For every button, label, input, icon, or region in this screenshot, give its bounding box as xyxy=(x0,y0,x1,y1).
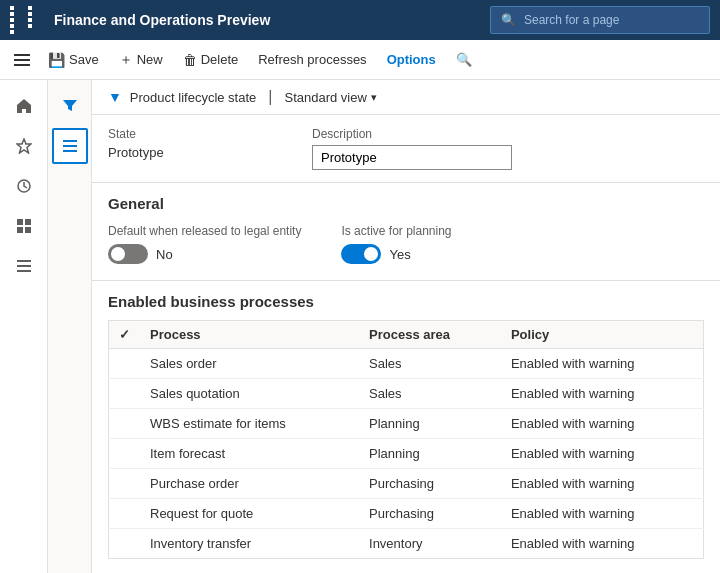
left-nav xyxy=(0,80,48,573)
row-area-5: Purchasing xyxy=(359,499,501,529)
row-check-1[interactable] xyxy=(109,379,141,409)
row-area-4: Purchasing xyxy=(359,469,501,499)
hamburger-menu[interactable] xyxy=(8,48,36,72)
row-check-2[interactable] xyxy=(109,409,141,439)
default-toggle-group: Default when released to legal entity No xyxy=(108,224,301,264)
col-check: ✓ xyxy=(109,321,141,349)
bp-title: Enabled business processes xyxy=(108,293,704,310)
row-policy-4: Enabled with warning xyxy=(501,469,704,499)
nav-star[interactable] xyxy=(6,128,42,164)
active-toggle-text: Yes xyxy=(389,247,410,262)
new-button[interactable]: ＋ New xyxy=(111,47,171,73)
table-header-row: ✓ Process Process area Policy xyxy=(109,321,704,349)
save-button[interactable]: 💾 Save xyxy=(40,48,107,72)
new-icon: ＋ xyxy=(119,51,133,69)
active-label: Is active for planning xyxy=(341,224,451,238)
svg-rect-11 xyxy=(63,150,77,152)
default-toggle-text: No xyxy=(156,247,173,262)
row-area-6: Inventory xyxy=(359,529,501,559)
refresh-button[interactable]: Refresh processes xyxy=(250,48,374,71)
row-policy-6: Enabled with warning xyxy=(501,529,704,559)
app-grid-icon[interactable] xyxy=(10,6,44,34)
breadcrumb-page: Product lifecycle state xyxy=(130,90,256,105)
form-fields: State Prototype Description xyxy=(92,115,720,183)
row-process-3: Item forecast xyxy=(140,439,359,469)
row-area-2: Planning xyxy=(359,409,501,439)
description-input[interactable] xyxy=(312,145,512,170)
global-search[interactable]: 🔍 Search for a page xyxy=(490,6,710,34)
nav-workspace[interactable] xyxy=(6,208,42,244)
state-label: State xyxy=(108,127,288,141)
state-field-group: State Prototype xyxy=(108,127,288,160)
breadcrumb-separator: | xyxy=(268,88,272,106)
general-title: General xyxy=(108,195,704,212)
row-policy-0: Enabled with warning xyxy=(501,349,704,379)
row-policy-1: Enabled with warning xyxy=(501,379,704,409)
nav-modules[interactable] xyxy=(6,248,42,284)
row-check-6[interactable] xyxy=(109,529,141,559)
state-value: Prototype xyxy=(108,145,288,160)
svg-rect-8 xyxy=(17,270,31,272)
row-check-4[interactable] xyxy=(109,469,141,499)
col-area: Process area xyxy=(359,321,501,349)
row-process-4: Purchase order xyxy=(140,469,359,499)
active-toggle-group: Is active for planning Yes xyxy=(341,224,451,264)
row-policy-2: Enabled with warning xyxy=(501,409,704,439)
row-policy-5: Enabled with warning xyxy=(501,499,704,529)
table-row[interactable]: Sales quotation Sales Enabled with warni… xyxy=(109,379,704,409)
bp-table: ✓ Process Process area Policy Sales orde… xyxy=(108,320,704,559)
toolbar-search-button[interactable]: 🔍 xyxy=(448,48,480,71)
row-area-3: Planning xyxy=(359,439,501,469)
main-content: ▼ Product lifecycle state | Standard vie… xyxy=(92,80,720,573)
search-icon: 🔍 xyxy=(501,13,516,27)
app-title: Finance and Operations Preview xyxy=(54,12,480,28)
table-row[interactable]: Request for quote Purchasing Enabled wit… xyxy=(109,499,704,529)
nav-home[interactable] xyxy=(6,88,42,124)
default-toggle[interactable] xyxy=(108,244,148,264)
table-row[interactable]: Item forecast Planning Enabled with warn… xyxy=(109,439,704,469)
svg-rect-4 xyxy=(17,227,23,233)
bp-section: Enabled business processes ✓ Process Pro… xyxy=(92,281,720,571)
main-layout: ▼ Product lifecycle state | Standard vie… xyxy=(0,80,720,573)
chevron-down-icon: ▾ xyxy=(371,91,377,104)
row-check-3[interactable] xyxy=(109,439,141,469)
toolbar-search-icon: 🔍 xyxy=(456,52,472,67)
svg-rect-6 xyxy=(17,260,31,262)
secondary-nav xyxy=(48,80,92,573)
table-row[interactable]: Inventory transfer Inventory Enabled wit… xyxy=(109,529,704,559)
row-process-2: WBS estimate for items xyxy=(140,409,359,439)
search-placeholder: Search for a page xyxy=(524,13,619,27)
row-process-6: Inventory transfer xyxy=(140,529,359,559)
table-row[interactable]: Purchase order Purchasing Enabled with w… xyxy=(109,469,704,499)
row-check-0[interactable] xyxy=(109,349,141,379)
svg-rect-2 xyxy=(17,219,23,225)
svg-rect-7 xyxy=(17,265,31,267)
sec-nav-list[interactable] xyxy=(52,128,88,164)
sec-nav-filter[interactable] xyxy=(52,88,88,124)
row-area-1: Sales xyxy=(359,379,501,409)
options-button[interactable]: Options xyxy=(379,48,444,71)
svg-rect-5 xyxy=(25,227,31,233)
top-bar: Finance and Operations Preview 🔍 Search … xyxy=(0,0,720,40)
active-toggle[interactable] xyxy=(341,244,381,264)
view-selector[interactable]: Standard view ▾ xyxy=(284,90,376,105)
col-policy: Policy xyxy=(501,321,704,349)
svg-rect-10 xyxy=(63,145,77,147)
breadcrumb-filter-icon: ▼ xyxy=(108,89,122,105)
general-section: General Default when released to legal e… xyxy=(92,183,720,281)
default-label: Default when released to legal entity xyxy=(108,224,301,238)
row-check-5[interactable] xyxy=(109,499,141,529)
row-process-5: Request for quote xyxy=(140,499,359,529)
svg-marker-0 xyxy=(17,139,31,153)
delete-button[interactable]: 🗑 Delete xyxy=(175,48,247,72)
col-process: Process xyxy=(140,321,359,349)
delete-icon: 🗑 xyxy=(183,52,197,68)
nav-recent[interactable] xyxy=(6,168,42,204)
save-icon: 💾 xyxy=(48,52,65,68)
table-row[interactable]: Sales order Sales Enabled with warning xyxy=(109,349,704,379)
row-area-0: Sales xyxy=(359,349,501,379)
action-bar: 💾 Save ＋ New 🗑 Delete Refresh processes … xyxy=(0,40,720,80)
table-row[interactable]: WBS estimate for items Planning Enabled … xyxy=(109,409,704,439)
breadcrumb-bar: ▼ Product lifecycle state | Standard vie… xyxy=(92,80,720,115)
svg-rect-3 xyxy=(25,219,31,225)
